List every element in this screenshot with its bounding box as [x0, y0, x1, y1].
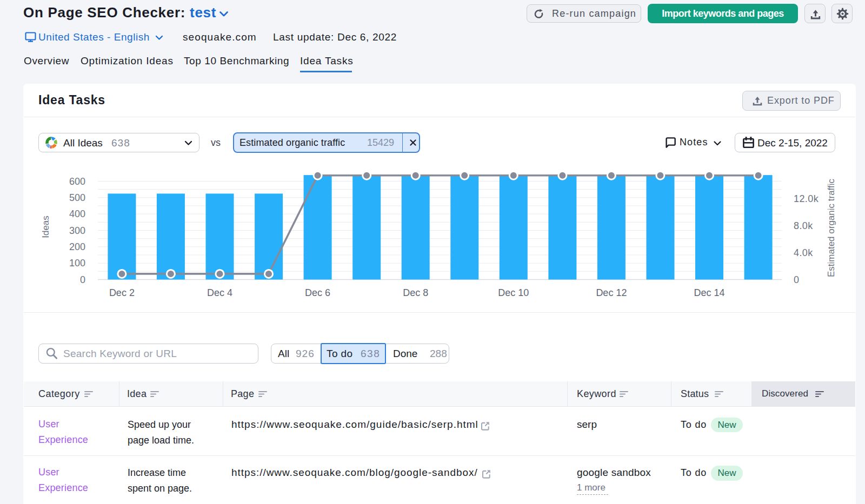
svg-text:Dec 6: Dec 6	[305, 287, 330, 298]
svg-text:500: 500	[69, 192, 85, 203]
svg-text:Estimated organic traffic: Estimated organic traffic	[826, 178, 836, 277]
svg-text:Ideas: Ideas	[41, 216, 51, 238]
svg-text:Dec 10: Dec 10	[498, 287, 529, 298]
svg-text:Dec 8: Dec 8	[403, 287, 428, 298]
svg-text:Dec 4: Dec 4	[207, 287, 232, 298]
svg-text:0: 0	[794, 274, 799, 285]
svg-text:0: 0	[80, 274, 85, 285]
svg-text:Dec 2: Dec 2	[109, 287, 135, 298]
svg-text:12.0k: 12.0k	[794, 193, 819, 204]
svg-text:Dec 12: Dec 12	[596, 287, 627, 298]
svg-text:600: 600	[69, 176, 85, 187]
svg-text:100: 100	[69, 258, 85, 268]
svg-text:200: 200	[69, 241, 85, 252]
svg-text:Dec 14: Dec 14	[694, 287, 724, 298]
svg-text:4.0k: 4.0k	[794, 247, 813, 258]
svg-text:8.0k: 8.0k	[794, 220, 813, 231]
svg-text:400: 400	[69, 209, 85, 219]
svg-text:300: 300	[69, 225, 85, 236]
